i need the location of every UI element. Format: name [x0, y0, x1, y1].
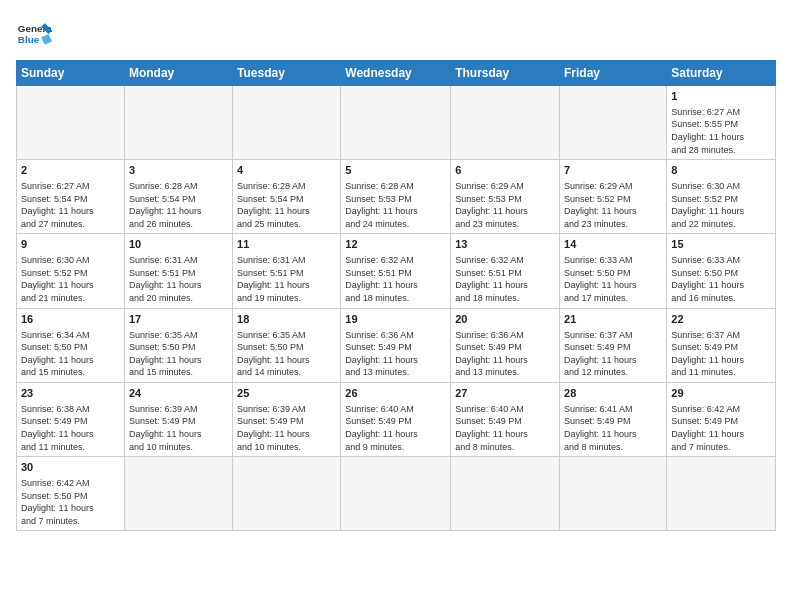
calendar-cell [560, 457, 667, 531]
calendar-cell: 9Sunrise: 6:30 AM Sunset: 5:52 PM Daylig… [17, 234, 125, 308]
calendar-cell [560, 86, 667, 160]
calendar-cell: 8Sunrise: 6:30 AM Sunset: 5:52 PM Daylig… [667, 160, 776, 234]
calendar-cell: 30Sunrise: 6:42 AM Sunset: 5:50 PM Dayli… [17, 457, 125, 531]
day-info: Sunrise: 6:36 AM Sunset: 5:49 PM Dayligh… [345, 329, 446, 379]
calendar-cell [451, 86, 560, 160]
calendar-cell: 10Sunrise: 6:31 AM Sunset: 5:51 PM Dayli… [124, 234, 232, 308]
calendar-cell: 15Sunrise: 6:33 AM Sunset: 5:50 PM Dayli… [667, 234, 776, 308]
page-header: General Blue [16, 16, 776, 52]
calendar-cell: 2Sunrise: 6:27 AM Sunset: 5:54 PM Daylig… [17, 160, 125, 234]
day-info: Sunrise: 6:27 AM Sunset: 5:54 PM Dayligh… [21, 180, 120, 230]
day-number: 22 [671, 312, 771, 327]
day-number: 20 [455, 312, 555, 327]
calendar-cell [233, 86, 341, 160]
calendar-week-0: 1Sunrise: 6:27 AM Sunset: 5:55 PM Daylig… [17, 86, 776, 160]
day-number: 6 [455, 163, 555, 178]
calendar-cell [124, 86, 232, 160]
day-number: 5 [345, 163, 446, 178]
calendar-week-1: 2Sunrise: 6:27 AM Sunset: 5:54 PM Daylig… [17, 160, 776, 234]
weekday-header-tuesday: Tuesday [233, 61, 341, 86]
calendar-header: SundayMondayTuesdayWednesdayThursdayFrid… [17, 61, 776, 86]
day-info: Sunrise: 6:40 AM Sunset: 5:49 PM Dayligh… [455, 403, 555, 453]
calendar-cell: 24Sunrise: 6:39 AM Sunset: 5:49 PM Dayli… [124, 382, 232, 456]
calendar-cell: 1Sunrise: 6:27 AM Sunset: 5:55 PM Daylig… [667, 86, 776, 160]
day-info: Sunrise: 6:30 AM Sunset: 5:52 PM Dayligh… [21, 254, 120, 304]
day-info: Sunrise: 6:34 AM Sunset: 5:50 PM Dayligh… [21, 329, 120, 379]
day-number: 18 [237, 312, 336, 327]
day-info: Sunrise: 6:32 AM Sunset: 5:51 PM Dayligh… [455, 254, 555, 304]
day-number: 19 [345, 312, 446, 327]
day-info: Sunrise: 6:41 AM Sunset: 5:49 PM Dayligh… [564, 403, 662, 453]
calendar-cell: 17Sunrise: 6:35 AM Sunset: 5:50 PM Dayli… [124, 308, 232, 382]
day-number: 2 [21, 163, 120, 178]
logo: General Blue [16, 16, 52, 52]
calendar-week-3: 16Sunrise: 6:34 AM Sunset: 5:50 PM Dayli… [17, 308, 776, 382]
calendar-cell [667, 457, 776, 531]
calendar-cell: 14Sunrise: 6:33 AM Sunset: 5:50 PM Dayli… [560, 234, 667, 308]
day-info: Sunrise: 6:29 AM Sunset: 5:53 PM Dayligh… [455, 180, 555, 230]
day-number: 12 [345, 237, 446, 252]
calendar-week-4: 23Sunrise: 6:38 AM Sunset: 5:49 PM Dayli… [17, 382, 776, 456]
day-info: Sunrise: 6:28 AM Sunset: 5:54 PM Dayligh… [237, 180, 336, 230]
day-number: 3 [129, 163, 228, 178]
day-number: 27 [455, 386, 555, 401]
calendar-week-2: 9Sunrise: 6:30 AM Sunset: 5:52 PM Daylig… [17, 234, 776, 308]
day-info: Sunrise: 6:27 AM Sunset: 5:55 PM Dayligh… [671, 106, 771, 156]
day-info: Sunrise: 6:31 AM Sunset: 5:51 PM Dayligh… [129, 254, 228, 304]
day-info: Sunrise: 6:37 AM Sunset: 5:49 PM Dayligh… [564, 329, 662, 379]
calendar-cell: 22Sunrise: 6:37 AM Sunset: 5:49 PM Dayli… [667, 308, 776, 382]
day-number: 28 [564, 386, 662, 401]
day-number: 4 [237, 163, 336, 178]
day-info: Sunrise: 6:29 AM Sunset: 5:52 PM Dayligh… [564, 180, 662, 230]
day-info: Sunrise: 6:32 AM Sunset: 5:51 PM Dayligh… [345, 254, 446, 304]
calendar-cell [124, 457, 232, 531]
calendar-cell: 3Sunrise: 6:28 AM Sunset: 5:54 PM Daylig… [124, 160, 232, 234]
day-number: 13 [455, 237, 555, 252]
weekday-header-saturday: Saturday [667, 61, 776, 86]
calendar-cell: 16Sunrise: 6:34 AM Sunset: 5:50 PM Dayli… [17, 308, 125, 382]
day-info: Sunrise: 6:39 AM Sunset: 5:49 PM Dayligh… [237, 403, 336, 453]
day-info: Sunrise: 6:35 AM Sunset: 5:50 PM Dayligh… [129, 329, 228, 379]
calendar-cell: 25Sunrise: 6:39 AM Sunset: 5:49 PM Dayli… [233, 382, 341, 456]
day-number: 15 [671, 237, 771, 252]
weekday-header-friday: Friday [560, 61, 667, 86]
calendar-cell: 4Sunrise: 6:28 AM Sunset: 5:54 PM Daylig… [233, 160, 341, 234]
weekday-header-sunday: Sunday [17, 61, 125, 86]
calendar-cell: 11Sunrise: 6:31 AM Sunset: 5:51 PM Dayli… [233, 234, 341, 308]
weekday-header-wednesday: Wednesday [341, 61, 451, 86]
day-info: Sunrise: 6:36 AM Sunset: 5:49 PM Dayligh… [455, 329, 555, 379]
day-number: 30 [21, 460, 120, 475]
weekday-header-thursday: Thursday [451, 61, 560, 86]
day-info: Sunrise: 6:42 AM Sunset: 5:50 PM Dayligh… [21, 477, 120, 527]
calendar-cell: 13Sunrise: 6:32 AM Sunset: 5:51 PM Dayli… [451, 234, 560, 308]
day-number: 29 [671, 386, 771, 401]
calendar-cell [17, 86, 125, 160]
calendar-cell [341, 86, 451, 160]
day-number: 17 [129, 312, 228, 327]
calendar-cell: 23Sunrise: 6:38 AM Sunset: 5:49 PM Dayli… [17, 382, 125, 456]
calendar-cell: 5Sunrise: 6:28 AM Sunset: 5:53 PM Daylig… [341, 160, 451, 234]
calendar-cell: 7Sunrise: 6:29 AM Sunset: 5:52 PM Daylig… [560, 160, 667, 234]
calendar-cell: 26Sunrise: 6:40 AM Sunset: 5:49 PM Dayli… [341, 382, 451, 456]
day-info: Sunrise: 6:38 AM Sunset: 5:49 PM Dayligh… [21, 403, 120, 453]
calendar-cell: 12Sunrise: 6:32 AM Sunset: 5:51 PM Dayli… [341, 234, 451, 308]
svg-text:Blue: Blue [18, 34, 40, 45]
calendar-cell: 29Sunrise: 6:42 AM Sunset: 5:49 PM Dayli… [667, 382, 776, 456]
day-number: 1 [671, 89, 771, 104]
day-number: 10 [129, 237, 228, 252]
day-number: 7 [564, 163, 662, 178]
day-number: 14 [564, 237, 662, 252]
calendar-cell [341, 457, 451, 531]
calendar-cell: 21Sunrise: 6:37 AM Sunset: 5:49 PM Dayli… [560, 308, 667, 382]
day-number: 9 [21, 237, 120, 252]
weekday-header-monday: Monday [124, 61, 232, 86]
day-number: 25 [237, 386, 336, 401]
day-info: Sunrise: 6:37 AM Sunset: 5:49 PM Dayligh… [671, 329, 771, 379]
day-number: 23 [21, 386, 120, 401]
calendar-cell: 6Sunrise: 6:29 AM Sunset: 5:53 PM Daylig… [451, 160, 560, 234]
day-info: Sunrise: 6:31 AM Sunset: 5:51 PM Dayligh… [237, 254, 336, 304]
day-number: 21 [564, 312, 662, 327]
calendar-cell: 28Sunrise: 6:41 AM Sunset: 5:49 PM Dayli… [560, 382, 667, 456]
day-number: 16 [21, 312, 120, 327]
calendar-cell: 20Sunrise: 6:36 AM Sunset: 5:49 PM Dayli… [451, 308, 560, 382]
